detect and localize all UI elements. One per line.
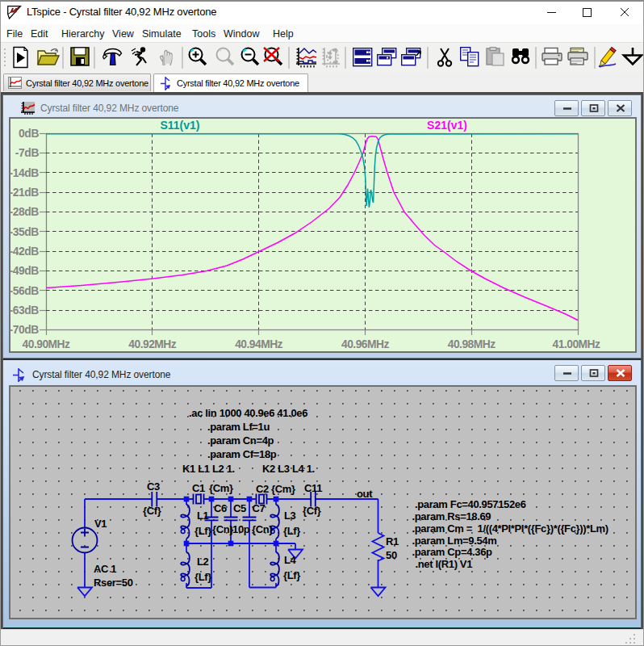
svg-text:10p: 10p [232,523,250,535]
svg-text:C2: C2 [256,483,269,495]
svg-text:-21dB: -21dB [9,187,39,199]
svg-text:C5: C5 [233,502,246,514]
svg-text:40.90MHz: 40.90MHz [23,338,70,350]
svg-text:.param Cp=4.36p: .param Cp=4.36p [412,546,493,558]
svg-text:{Cm}: {Cm} [209,482,233,494]
svg-text:C6: C6 [214,502,227,514]
svg-text:-63dB: -63dB [9,304,39,317]
svg-text:L4: L4 [284,554,297,566]
svg-text:{Cf}: {Cf} [143,505,161,517]
svg-text:{Lf}: {Lf} [194,571,211,583]
svg-text:-70dB: -70dB [9,324,39,336]
svg-text:L2: L2 [197,556,209,568]
svg-text:.param Fc=40.957152e6: .param Fc=40.957152e6 [415,498,526,510]
svg-text:.param Cf=18p: .param Cf=18p [207,448,277,460]
svg-text:out: out [357,488,373,500]
svg-text:C3: C3 [147,480,160,493]
svg-text:.param Lf=1u: .param Lf=1u [207,421,270,433]
svg-text:40.92MHz: 40.92MHz [128,338,176,350]
svg-text:50: 50 [386,549,397,561]
svg-text:L1: L1 [197,510,209,522]
svg-text:{Lf}: {Lf} [283,525,300,537]
svg-text:-56dB: -56dB [9,285,39,297]
svg-text:{Cn}: {Cn} [212,523,233,535]
svg-text:.net I(R1) V1: .net I(R1) V1 [416,558,473,570]
svg-text:.param Cm = 1/((4*PI*PI*({Fc}: .param Cm = 1/((4*PI*PI*({Fc})*({Fc}))*L… [412,522,608,535]
svg-text:-35dB: -35dB [9,226,39,238]
svg-text:R1: R1 [386,535,399,547]
svg-text:-14dB: -14dB [9,167,39,179]
svg-text:C11: C11 [304,482,322,494]
svg-text:0dB: 0dB [19,128,39,140]
svg-text:S21(v1): S21(v1) [427,119,467,132]
svg-text:S11(v1): S11(v1) [160,119,199,132]
svg-text:{Lf}: {Lf} [283,569,300,581]
svg-text:-42dB: -42dB [9,245,39,258]
svg-text:.param Rs=18.69: .param Rs=18.69 [412,510,491,522]
svg-text:40.96MHz: 40.96MHz [341,338,389,350]
svg-text:{Lf}: {Lf} [194,525,211,537]
svg-text:40.94MHz: 40.94MHz [235,338,282,350]
svg-text:K2 L3 L4 1.: K2 L3 L4 1. [262,463,315,475]
svg-text:{Cn}: {Cn} [252,523,273,535]
svg-text:AC 1: AC 1 [94,563,116,575]
svg-text:Rser=50: Rser=50 [94,577,133,589]
svg-text:{Cm}: {Cm} [271,483,295,495]
svg-text:-7dB: -7dB [15,147,40,159]
svg-text:.ac lin 1000 40.9e6 41.0e6: .ac lin 1000 40.9e6 41.0e6 [189,407,307,419]
svg-text:C7: C7 [253,502,266,514]
svg-text:C1: C1 [192,482,205,494]
svg-text:40.98MHz: 40.98MHz [448,338,496,350]
svg-text:-49dB: -49dB [9,265,39,277]
svg-text:K1 L1 L2 1.: K1 L1 L2 1. [182,463,235,475]
svg-text:{Cf}: {Cf} [303,505,321,517]
svg-text:L3: L3 [284,510,296,522]
svg-text:V1: V1 [94,518,107,530]
svg-text:.param Lm=9.54m: .param Lm=9.54m [412,535,497,547]
svg-text:41.00MHz: 41.00MHz [553,338,600,350]
svg-text:.param Cn=4p: .param Cn=4p [207,434,274,447]
svg-text:-28dB: -28dB [9,206,39,218]
